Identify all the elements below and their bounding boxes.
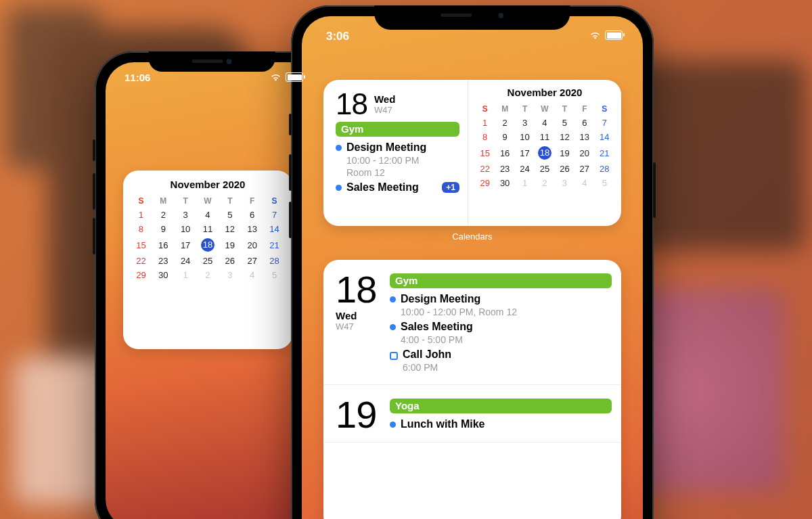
dow-header: S: [263, 194, 286, 208]
day-cell[interactable]: 19: [555, 144, 574, 162]
today-marker: 18: [538, 146, 551, 160]
day-cell[interactable]: 24: [515, 162, 535, 176]
day-cell[interactable]: 17: [175, 236, 197, 254]
day-cell[interactable]: 4: [197, 208, 219, 222]
day-cell[interactable]: 24: [175, 254, 197, 268]
day-cell[interactable]: 22: [130, 254, 152, 268]
day-cell[interactable]: 29: [475, 176, 495, 190]
task-checkbox-icon[interactable]: [390, 352, 398, 360]
day-cell[interactable]: 26: [555, 162, 574, 176]
day-cell[interactable]: 17: [515, 144, 535, 162]
day-cell[interactable]: 6: [574, 116, 594, 130]
day-cell[interactable]: 27: [241, 254, 263, 268]
day-cell[interactable]: 14: [263, 222, 286, 236]
event-row[interactable]: Design Meeting10:00 - 12:00 PM, Room 12: [390, 292, 612, 318]
allday-event[interactable]: Gym: [390, 273, 612, 288]
day-cell[interactable]: 11: [535, 130, 554, 144]
day-cell[interactable]: 13: [574, 130, 594, 144]
day-cell[interactable]: 2: [495, 116, 514, 130]
day-cell[interactable]: 3: [175, 208, 197, 222]
day-cell[interactable]: 7: [595, 116, 614, 130]
day-cell[interactable]: 9: [495, 130, 514, 144]
day-cell[interactable]: 25: [535, 162, 554, 176]
day-cell[interactable]: 4: [241, 268, 263, 282]
day-cell[interactable]: 26: [219, 254, 241, 268]
day-cell[interactable]: 25: [197, 254, 219, 268]
event-row[interactable]: Sales Meeting +1: [336, 181, 459, 194]
allday-event[interactable]: Gym: [336, 122, 459, 137]
dow-header: S: [475, 102, 495, 116]
day-cell[interactable]: 5: [595, 176, 614, 190]
allday-event[interactable]: Yoga: [390, 399, 612, 413]
dow-header: S: [130, 194, 152, 208]
day-cell[interactable]: 10: [175, 222, 197, 236]
day-cell[interactable]: 8: [130, 222, 152, 236]
phone-front-screen: 3:06 18 Wed W47 Gym: [302, 16, 643, 519]
day-cell[interactable]: 1: [130, 208, 152, 222]
event-row[interactable]: Sales Meeting4:00 - 5:00 PM: [390, 320, 612, 346]
day-cell[interactable]: 18: [535, 144, 554, 162]
day-cell[interactable]: 19: [219, 236, 241, 254]
day-cell[interactable]: 15: [130, 236, 152, 254]
day-cell[interactable]: 27: [574, 162, 594, 176]
event-dot-icon: [390, 296, 396, 302]
day-cell[interactable]: 10: [515, 130, 535, 144]
day-cell[interactable]: 1: [475, 116, 495, 130]
day-cell[interactable]: 23: [152, 254, 175, 268]
event-row[interactable]: Design Meeting 10:00 - 12:00 PM Room 12: [336, 141, 459, 179]
day-cell[interactable]: 2: [197, 268, 219, 282]
day-cell[interactable]: 1: [175, 268, 197, 282]
agenda-widget-large[interactable]: 18WedW47GymDesign Meeting10:00 - 12:00 P…: [323, 260, 621, 519]
day-cell[interactable]: 20: [574, 144, 594, 162]
month-grid: SMTWTFS123456789101112131415161718192021…: [130, 194, 286, 282]
day-cell[interactable]: 30: [495, 176, 514, 190]
day-cell[interactable]: 29: [130, 268, 152, 282]
day-cell[interactable]: 3: [555, 176, 574, 190]
day-cell[interactable]: 21: [263, 236, 286, 254]
day-cell[interactable]: 12: [555, 130, 574, 144]
dow-header: S: [595, 102, 614, 116]
day-cell[interactable]: 28: [595, 162, 614, 176]
day-cell[interactable]: 2: [535, 176, 554, 190]
day-cell[interactable]: 14: [595, 130, 614, 144]
day-cell[interactable]: 3: [515, 116, 535, 130]
event-time: 10:00 - 12:00 PM, Room 12: [401, 306, 612, 318]
day-cell[interactable]: 4: [535, 116, 554, 130]
day-cell[interactable]: 1: [515, 176, 535, 190]
battery-icon: [286, 72, 303, 82]
month-widget-small[interactable]: November 2020 SMTWTFS1234567891011121314…: [123, 171, 292, 349]
day-cell[interactable]: 15: [475, 144, 495, 162]
day-cell[interactable]: 22: [475, 162, 495, 176]
today-month-widget-medium[interactable]: 18 Wed W47 Gym Design Meeting 10:00 - 12…: [323, 80, 621, 226]
day-cell[interactable]: 30: [152, 268, 175, 282]
dow-header: W: [197, 194, 219, 208]
day-cell[interactable]: 8: [475, 130, 495, 144]
day-cell[interactable]: 7: [263, 208, 286, 222]
day-cell[interactable]: 28: [263, 254, 286, 268]
day-cell[interactable]: 18: [197, 236, 219, 254]
day-cell[interactable]: 13: [241, 222, 263, 236]
day-cell[interactable]: 16: [495, 144, 514, 162]
day-cell[interactable]: 20: [241, 236, 263, 254]
event-row[interactable]: Lunch with Mike: [390, 418, 612, 431]
agenda-day: 19YogaLunch with Mike: [323, 385, 621, 443]
day-cell[interactable]: 6: [241, 208, 263, 222]
event-location: Room 12: [346, 166, 459, 179]
day-cell[interactable]: 5: [263, 268, 286, 282]
day-cell[interactable]: 2: [152, 208, 175, 222]
event-row[interactable]: Call John6:00 PM: [390, 348, 612, 374]
day-cell[interactable]: 21: [595, 144, 614, 162]
day-cell[interactable]: 5: [219, 208, 241, 222]
day-cell[interactable]: 23: [495, 162, 514, 176]
day-cell[interactable]: 12: [219, 222, 241, 236]
day-cell[interactable]: 9: [152, 222, 175, 236]
day-cell[interactable]: 11: [197, 222, 219, 236]
event-dot-icon: [336, 145, 342, 151]
day-cell[interactable]: 16: [152, 236, 175, 254]
more-events-badge[interactable]: +1: [442, 182, 459, 193]
day-cell[interactable]: 5: [555, 116, 574, 130]
day-cell[interactable]: 3: [219, 268, 241, 282]
day-cell[interactable]: 4: [574, 176, 594, 190]
wifi-icon: [270, 73, 281, 81]
phone-back-screen: 11:06 November 2020 SMTWTFS1234567891011…: [106, 62, 318, 519]
